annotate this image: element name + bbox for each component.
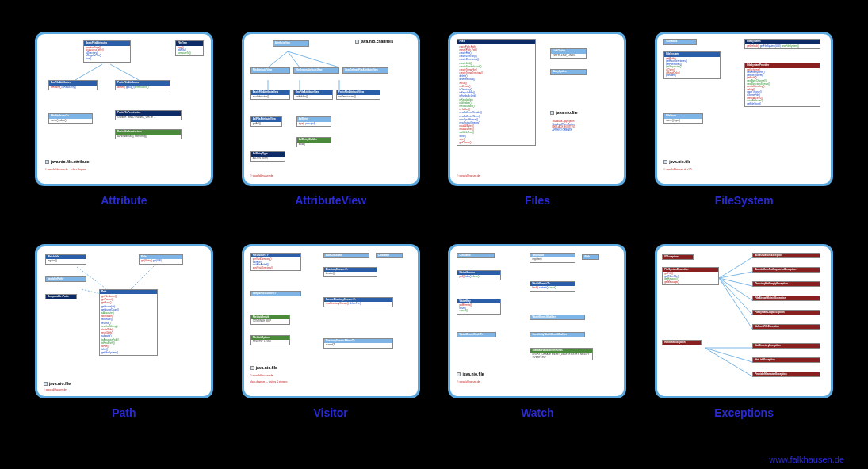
svg-line-13	[719, 278, 752, 286]
class-header: WatchEvent.Modifier	[530, 315, 584, 320]
svg-line-14	[719, 278, 752, 300]
footer-link[interactable]: www.falkhausen.de	[769, 455, 844, 464]
class-header: AccessDeniedException	[753, 254, 820, 258]
package-label: java.nio.file	[550, 110, 577, 115]
svg-line-18	[705, 348, 752, 362]
class-header: Path	[583, 255, 598, 260]
card-exceptions[interactable]: IOException FileSystemException getFile(…	[655, 244, 833, 398]
svg-line-16	[719, 278, 752, 329]
class-header: Closeable	[377, 254, 402, 258]
class-header: SimpleFileVisitor<T>	[251, 292, 300, 296]
class-header: FileOwnerAttributeView	[294, 68, 338, 73]
class-header: CopyOption	[551, 70, 586, 74]
card-attributeview[interactable]: java.nio.channels AttributeView FileAttr…	[242, 32, 420, 186]
class-header: Comparable<Path>	[46, 295, 76, 299]
diagram-grid: BasicFileAttributes creationTime()lastAc…	[32, 32, 836, 432]
class-header: AutoCloseable	[324, 254, 369, 258]
caption-visitor: Visitor	[313, 406, 347, 419]
cell-filesystem: Closeable FileSystem getPath()getRootDir…	[652, 32, 836, 220]
caption-exceptions: Exceptions	[714, 406, 774, 419]
caption-attribute: Attribute	[101, 194, 147, 207]
card-visitor[interactable]: FileVisitor<T> preVisitDirectory()visitF…	[242, 244, 420, 398]
package-label: java.nio.file.attribute	[45, 159, 90, 164]
svg-line-12	[719, 272, 752, 278]
class-header: DirectoryNotEmptyException	[753, 282, 820, 287]
class-header: FileAlreadyExistsException	[753, 296, 820, 301]
class-header: Closeable	[664, 40, 696, 44]
cell-exceptions: IOException FileSystemException getFile(…	[652, 244, 836, 433]
footnote: © www.falkhausen.de	[457, 175, 480, 178]
package-label: java.nio.file	[250, 365, 277, 370]
caption-path: Path	[112, 406, 136, 419]
class-header: WatchEvent.Kind<T>	[457, 333, 495, 337]
card-attribute[interactable]: BasicFileAttributes creationTime()lastAc…	[35, 32, 213, 186]
svg-line-10	[129, 264, 156, 291]
svg-line-0	[75, 64, 102, 80]
card-filesystem[interactable]: Closeable FileSystem getPath()getRootDir…	[655, 32, 833, 186]
svg-line-2	[268, 51, 288, 67]
package-label-secondary: java.nio.channels	[355, 39, 394, 44]
class-header: IOException	[663, 255, 693, 260]
svg-line-3	[288, 51, 300, 67]
cell-watch: Closeable WatchServicepoll() take() clos…	[445, 244, 630, 433]
class-header: Iterable<Path>	[46, 277, 86, 282]
footnote: © www.falkhausen.de — class diagram	[45, 169, 86, 172]
class-header: NotLinkException	[753, 358, 820, 363]
class-header: NoSuchFileException	[753, 325, 820, 330]
package-label: java.nio.file	[44, 381, 71, 386]
class-header: FileSystemLoopException	[753, 311, 820, 315]
footnote: © www.falkhausen.de	[44, 389, 67, 392]
svg-line-19	[705, 348, 752, 376]
footnote: © www.falkhausen.de	[250, 175, 273, 178]
caption-files: Files	[525, 194, 550, 207]
class-header: Closeable	[457, 254, 494, 258]
footnote: © www.falkhausen.de	[250, 375, 273, 378]
class-header: SensitivityWatchEventModifier	[530, 333, 584, 337]
cell-attribute: BasicFileAttributes creationTime()lastAc…	[32, 32, 216, 220]
svg-line-11	[719, 257, 752, 278]
cell-path: Watchableregister() Iterable<Path> Compa…	[32, 244, 216, 433]
svg-line-1	[110, 64, 139, 80]
package-label: java.nio.file	[457, 372, 484, 376]
card-path[interactable]: Watchableregister() Iterable<Path> Compa…	[35, 244, 213, 398]
class-header: NotDirectoryException	[753, 344, 820, 349]
svg-line-15	[719, 278, 752, 315]
class-header: UserDefinedFileAttributeView	[343, 68, 388, 73]
caption-watch: Watch	[521, 406, 553, 419]
card-watch[interactable]: Closeable WatchServicepoll() take() clos…	[448, 244, 626, 398]
class-header: RuntimeException	[663, 341, 701, 345]
footnote: © www.falkhausen.de	[457, 381, 480, 384]
cell-attributeview: java.nio.channels AttributeView FileAttr…	[239, 32, 423, 220]
footnote: © www.falkhausen.de v1.0	[663, 169, 691, 172]
card-files[interactable]: Files copy(Path,Path)move(Path,Path) cre…	[448, 32, 626, 186]
package-label: java.nio.file	[663, 159, 690, 164]
class-header: AtomicMoveNotSupportedException	[753, 268, 820, 273]
caption-filesystem: FileSystem	[715, 194, 774, 207]
class-header: FileAttributeView	[251, 68, 289, 73]
class-header: ProviderMismatchException	[753, 372, 820, 377]
footnote: class diagram — visitors & streams	[250, 381, 288, 384]
class-header: AttributeView	[273, 41, 308, 46]
cell-visitor: FileVisitor<T> preVisitDirectory()visitF…	[239, 244, 423, 433]
cell-files: Files copy(Path,Path)move(Path,Path) cre…	[445, 32, 630, 220]
svg-line-4	[288, 51, 339, 67]
caption-attributeview: AttributeView	[295, 194, 366, 207]
